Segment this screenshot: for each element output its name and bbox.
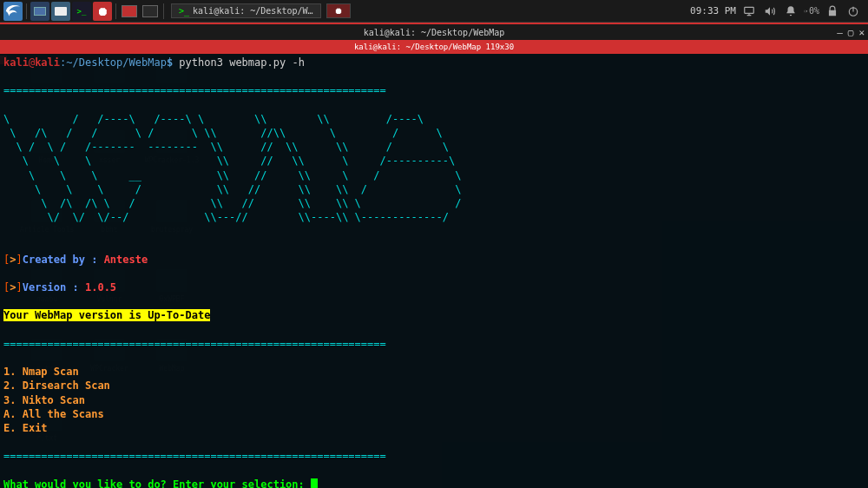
taskbar-item-label: kali@kali: ~/Desktop/W… xyxy=(193,6,312,16)
file-manager-icon[interactable] xyxy=(51,2,70,21)
svg-rect-1 xyxy=(804,10,806,12)
workspace-2-icon[interactable] xyxy=(141,2,160,21)
panel-left: >_ ⏺ >_ kali@kali: ~/Desktop/W… ⏺ xyxy=(0,2,351,21)
battery-percent: 0% xyxy=(809,6,819,16)
close-button[interactable]: ✕ xyxy=(858,27,865,38)
top-panel: >_ ⏺ >_ kali@kali: ~/Desktop/W… ⏺ 09:33 … xyxy=(0,0,868,23)
terminal-tab[interactable]: kali@kali: ~/Desktop/WebMap 119x30 xyxy=(0,40,868,54)
show-desktop-icon[interactable] xyxy=(30,2,49,21)
divider: ========================================… xyxy=(3,84,386,96)
terminal-titlebar[interactable]: kali@kali: ~/Desktop/WebMap — ▢ ✕ xyxy=(0,24,868,40)
ascii-banner: \ / /----\ /----\ \ \\ \\ /----\ \ /\ / … xyxy=(3,113,461,223)
selection-prompt: What would you like to do? Enter your se… xyxy=(3,478,305,488)
terminal-launcher-icon[interactable]: >_ xyxy=(72,2,91,21)
lock-icon[interactable] xyxy=(825,3,840,19)
divider: ========================================… xyxy=(3,338,386,350)
volume-icon[interactable] xyxy=(762,3,778,19)
svg-rect-0 xyxy=(745,7,754,13)
divider: ========================================… xyxy=(3,450,386,462)
terminal-body[interactable]: kali@kali:~/Desktop/WebMap$ python3 webm… xyxy=(0,54,868,488)
dock-separator xyxy=(163,3,164,19)
terminal-content[interactable]: kali@kali:~/Desktop/WebMap$ python3 webm… xyxy=(3,56,865,488)
workspace-1-icon[interactable] xyxy=(120,2,139,21)
taskbar-item-terminal[interactable]: >_ kali@kali: ~/Desktop/W… xyxy=(171,3,321,18)
terminal-window: kali@kali: ~/Desktop/WebMap — ▢ ✕ kali@k… xyxy=(0,24,868,488)
power-icon[interactable] xyxy=(845,3,861,19)
maximize-button[interactable]: ▢ xyxy=(848,27,854,38)
battery-icon[interactable]: 0% xyxy=(804,3,819,19)
display-icon[interactable] xyxy=(741,3,757,19)
minimize-button[interactable]: — xyxy=(837,27,843,38)
window-controls: — ▢ ✕ xyxy=(837,27,865,38)
panel-right: 09:33 PM 0% xyxy=(690,3,868,19)
clock[interactable]: 09:33 PM xyxy=(690,5,736,16)
status-banner: Your WebMap version is Up-To-Date xyxy=(3,309,210,321)
dock-separator xyxy=(26,3,27,19)
terminal-title: kali@kali: ~/Desktop/WebMap xyxy=(0,28,868,37)
terminal-cursor xyxy=(311,478,318,488)
dock-separator xyxy=(115,3,116,19)
taskbar-item-recorder[interactable]: ⏺ xyxy=(326,3,351,18)
kali-menu-icon[interactable] xyxy=(3,2,23,21)
notification-icon[interactable] xyxy=(783,3,799,19)
recorder-icon[interactable]: ⏺ xyxy=(93,2,112,21)
